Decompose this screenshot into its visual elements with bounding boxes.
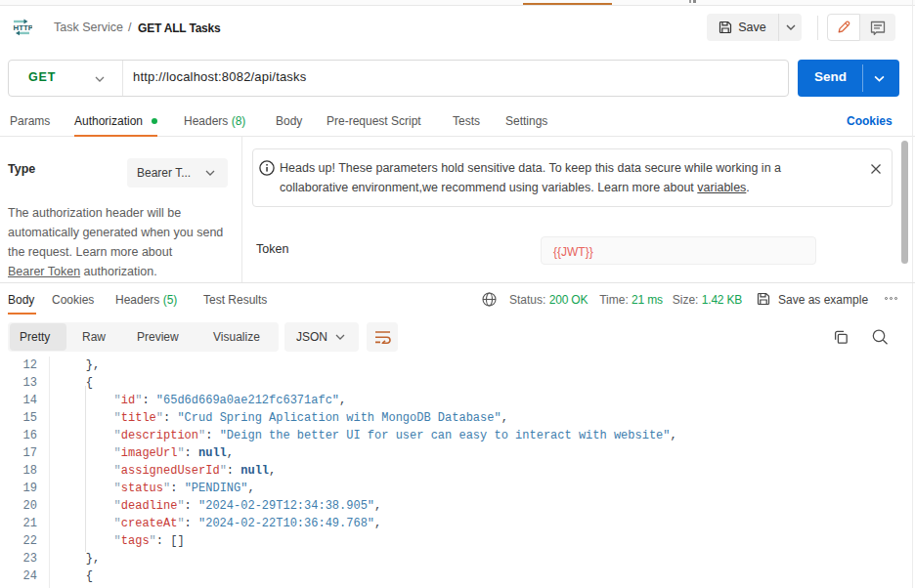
svg-text:HTTP: HTTP: [14, 23, 33, 32]
